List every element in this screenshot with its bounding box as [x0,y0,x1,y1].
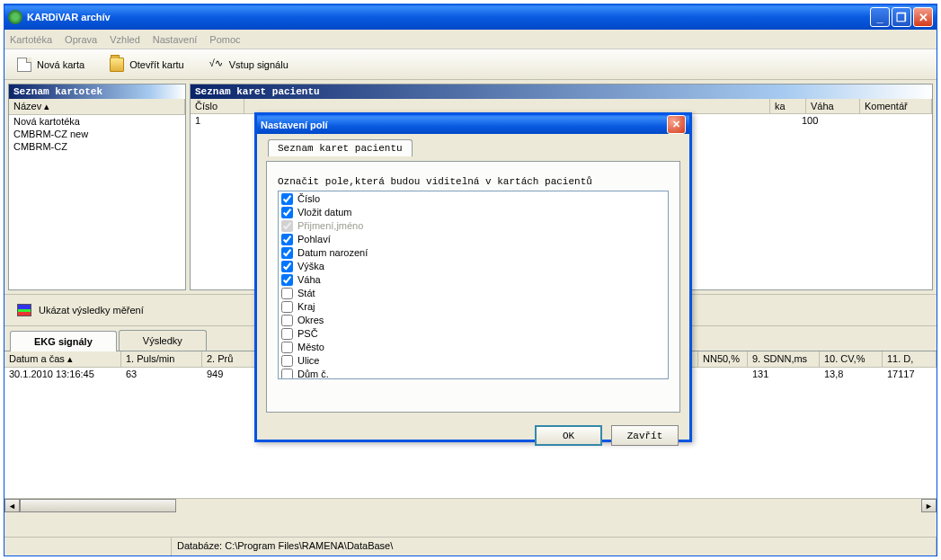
field-checkbox[interactable] [281,288,293,299]
field-checkbox-label: Kraj [297,300,315,314]
gcol-cv[interactable]: 10. CV,% [820,351,883,367]
window-title: KARDiVAR archív [27,12,111,22]
menu-nastaveni[interactable]: Nastavení [153,34,198,45]
maximize-button[interactable]: ❐ [892,7,911,27]
open-card-button[interactable]: Otevřít kartu [110,58,184,72]
field-checkbox-label: Dům č. [297,368,329,379]
gcol-d[interactable]: 11. D, [883,351,937,367]
gcol-datetime[interactable]: Datum a čas ▴ [4,351,121,367]
right-pane-title: Seznam karet pacientu [191,84,932,99]
dialog-close-button[interactable]: ✕ [667,115,686,134]
field-checkbox[interactable] [281,193,293,205]
tab-results[interactable]: Výsledky [119,330,207,351]
field-checkbox[interactable] [281,274,293,286]
field-checkbox-item[interactable]: Přijmení,jméno [280,219,666,233]
field-checkbox-item[interactable]: Váha [280,273,666,287]
list-item: CMBRM-CZ [9,140,185,153]
field-checkbox-item[interactable]: Ulice [280,354,666,368]
horizontal-scrollbar[interactable]: ◄ ► [4,498,937,513]
field-checkbox-item[interactable]: Okres [280,314,666,327]
left-pane-title: Seznam kartotek [9,84,185,99]
field-checkbox-list[interactable]: ČísloVložit datumPřijmení,jménoPohlavíDa… [278,191,669,379]
folder-icon [110,58,124,72]
list-item: Nová kartotéka [9,115,185,128]
app-icon [8,10,22,24]
field-checkbox[interactable] [281,301,293,313]
menubar: Kartotéka Oprava Vzhled Nastavení Pomoc [4,30,937,49]
field-checkbox-item[interactable]: Vložit datum [280,206,666,219]
ok-button[interactable]: OK [535,425,602,446]
chart-icon [17,304,31,316]
scroll-right-icon[interactable]: ► [921,499,937,512]
scroll-thumb[interactable] [20,499,176,512]
gcol-puls[interactable]: 1. Puls/min [121,351,202,367]
field-checkbox-label: Váha [297,273,321,287]
field-checkbox[interactable] [281,328,293,340]
field-checkbox-item[interactable]: Číslo [280,192,666,206]
field-checkbox-label: Výška [297,260,324,273]
gcol-nn50[interactable]: NN50,% [698,351,748,367]
dialog-titlebar[interactable]: Nastavení polí ✕ [257,115,689,134]
left-pane: Seznam kartotek Název ▴ Nová kartotéka C… [8,84,186,290]
status-db-path: Databáze: C:\Program Files\RAMENA\DataBa… [172,538,937,556]
field-checkbox-label: PSČ [297,327,318,341]
field-checkbox-label: Město [297,341,324,354]
field-checkbox-label: Vložit datum [297,206,352,219]
field-checkbox-label: Přijmení,jméno [297,219,363,233]
toolbar: Nová karta Otevřít kartu √∿ Vstup signál… [4,49,937,80]
minimize-button[interactable]: _ [870,7,890,27]
show-results-button[interactable]: Ukázat výsledky měření [39,305,144,316]
dialog-instruction: Označit pole,která budou viditelná v kar… [278,176,669,187]
gcol-pru[interactable]: 2. Prů [202,351,256,367]
titlebar[interactable]: KARDiVAR archív _ ❐ ✕ [4,4,937,30]
field-settings-dialog: Nastavení polí ✕ Seznam karet pacientu O… [254,112,692,442]
field-checkbox[interactable] [281,261,293,272]
field-checkbox-label: Ulice [297,354,319,368]
field-checkbox-item[interactable]: Dům č. [280,368,666,379]
field-checkbox [281,220,293,232]
field-checkbox[interactable] [281,369,293,379]
menu-pomoc[interactable]: Pomoc [209,34,240,45]
list-item: CMBRM-CZ new [9,128,185,140]
col-komentar[interactable]: Komentář [860,99,932,113]
field-checkbox[interactable] [281,234,293,245]
field-checkbox[interactable] [281,355,293,367]
new-card-button[interactable]: Nová karta [17,58,84,72]
field-checkbox-item[interactable]: Výška [280,260,666,273]
signal-icon: √∿ [209,58,224,72]
dialog-title: Nastavení polí [261,120,328,130]
menu-kartoteka[interactable]: Kartotéka [10,34,52,45]
left-col-header[interactable]: Název ▴ [9,99,185,114]
file-icon [17,58,31,72]
scroll-left-icon[interactable]: ◄ [4,499,20,512]
col-cislo[interactable]: Číslo [191,99,244,113]
field-checkbox-label: Okres [297,314,324,327]
cancel-button[interactable]: Zavřít [611,425,679,446]
field-checkbox[interactable] [281,247,293,259]
field-checkbox[interactable] [281,207,293,218]
field-checkbox-label: Datum narození [297,246,368,260]
field-checkbox-item[interactable]: Stát [280,287,666,300]
dialog-tab[interactable]: Seznam karet pacientu [268,139,413,156]
field-checkbox-item[interactable]: PSČ [280,327,666,341]
field-checkbox[interactable] [281,315,293,326]
field-checkbox-item[interactable]: Město [280,341,666,354]
field-checkbox-label: Číslo [297,192,320,206]
field-checkbox-item[interactable]: Kraj [280,300,666,314]
signal-input-button[interactable]: √∿ Vstup signálu [209,58,289,72]
menu-oprava[interactable]: Oprava [65,34,97,45]
field-checkbox-label: Stát [297,287,315,300]
field-checkbox-item[interactable]: Datum narození [280,246,666,260]
statusbar: Databáze: C:\Program Files\RAMENA\DataBa… [4,537,937,556]
field-checkbox-label: Pohlaví [297,233,331,246]
col-vaha[interactable]: Váha [806,99,860,113]
field-checkbox[interactable] [281,342,293,353]
menu-vzhled[interactable]: Vzhled [110,34,140,45]
gcol-sdnn[interactable]: 9. SDNN,ms [748,351,820,367]
field-checkbox-item[interactable]: Pohlaví [280,233,666,246]
close-button[interactable]: ✕ [913,7,933,27]
col-vyska[interactable]: ka [770,99,806,113]
kartotek-list[interactable]: Nová kartotéka CMBRM-CZ new CMBRM-CZ [9,115,185,289]
tab-ekg[interactable]: EKG signály [10,331,117,351]
